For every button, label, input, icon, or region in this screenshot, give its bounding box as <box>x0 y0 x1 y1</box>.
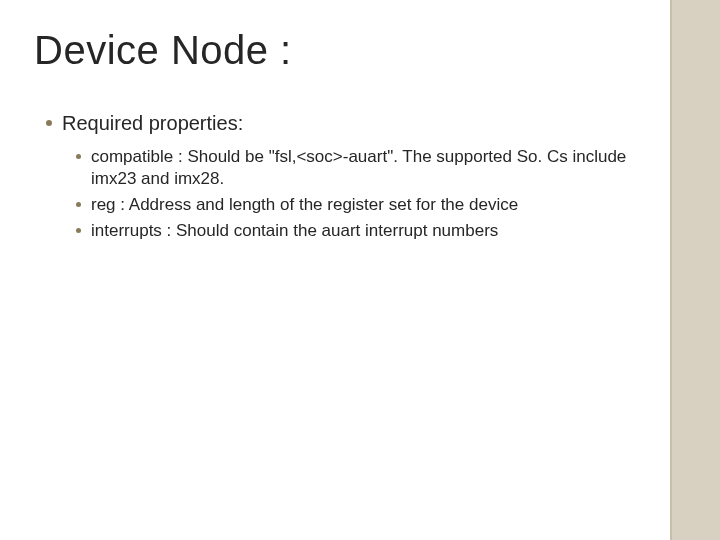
slide-content: Device Node : Required properties: compa… <box>0 0 670 246</box>
bullet-lvl1: Required properties: <box>46 111 650 136</box>
bullet-dot-icon <box>76 202 81 207</box>
bullet-lvl1-text: Required properties: <box>62 111 243 136</box>
bullet-dot-icon <box>76 228 81 233</box>
side-accent-bar <box>672 0 720 540</box>
bullet-lvl2-item: compatible : Should be "fsl,<soc>-auart"… <box>76 146 650 190</box>
side-accent-line <box>670 0 672 540</box>
bullet-lvl2-item: reg : Address and length of the register… <box>76 194 650 216</box>
slide-title: Device Node : <box>28 28 650 73</box>
bullet-lvl2-item: interrupts : Should contain the auart in… <box>76 220 650 242</box>
bullet-lvl2-text: compatible : Should be "fsl,<soc>-auart"… <box>91 146 631 190</box>
bullet-dot-icon <box>76 154 81 159</box>
bullet-lvl2-text: reg : Address and length of the register… <box>91 194 518 216</box>
bullet-lvl2-text: interrupts : Should contain the auart in… <box>91 220 498 242</box>
bullet-dot-icon <box>46 120 52 126</box>
